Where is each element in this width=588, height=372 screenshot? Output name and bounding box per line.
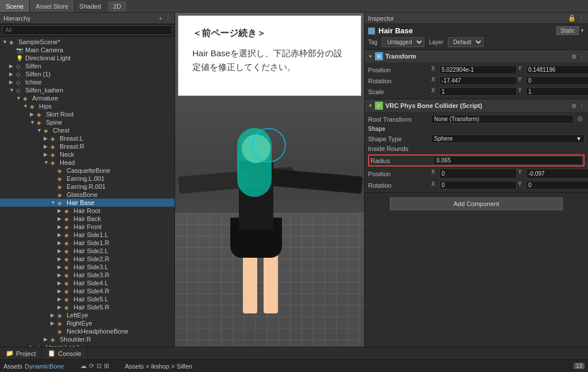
vrc-rot-x-field[interactable] [439, 181, 517, 189]
rotation-x-field[interactable] [439, 76, 517, 85]
tree-item[interactable]: ▶◇Ichise [0, 78, 175, 86]
tree-item[interactable]: ▼◈Head [0, 158, 175, 166]
tree-item[interactable]: ◈Earring.R.001 [0, 183, 175, 191]
vrc-phys-gear-icon[interactable]: ⚙ [571, 103, 577, 109]
root-transform-field[interactable] [431, 115, 574, 123]
tree-item[interactable]: ▼◈Hair Base [0, 199, 175, 207]
tree-item[interactable]: ▶◇Silfen [0, 62, 175, 70]
tree-item[interactable]: ▶◈Hair Side3.L [0, 263, 175, 271]
main-layout: Hierarchy + ⋮ ▼◈SampleScene*📷Main Camera… [0, 13, 588, 347]
scale-y-field[interactable] [526, 87, 588, 96]
tree-arrow-icon: ▶ [44, 135, 51, 141]
position-y-field[interactable] [526, 65, 588, 74]
radius-field[interactable] [434, 156, 582, 165]
tab-asset-store[interactable]: Asset Store [30, 0, 75, 12]
vrc-phys-arrow-icon: ▼ [368, 103, 373, 108]
tree-item[interactable]: 📷Main Camera [0, 46, 175, 54]
hierarchy-menu-icon[interactable]: ⋮ [165, 14, 171, 22]
shape-type-dropdown[interactable]: Sphere ▼ [431, 134, 585, 143]
cloud-icon[interactable]: ☁ [80, 362, 87, 370]
vrc-phys-header[interactable]: ▼ ✓ VRC Phys Bone Collider (Script) ⚙ ⋮ [365, 99, 588, 112]
tree-item[interactable]: ▶◈Hair Side5.R [0, 303, 175, 311]
tab-console[interactable]: 📋 Console [42, 347, 87, 359]
bone-icon: ◈ [37, 119, 45, 126]
tree-item[interactable]: ◈GlassBone [0, 191, 175, 199]
mode-2d[interactable]: 2D [108, 1, 126, 11]
tree-item[interactable]: ▼◈Armature [0, 94, 175, 102]
tree-item-label: Silfen_kaihen [25, 87, 63, 94]
tree-item[interactable]: ◈CasquetteBone [0, 166, 175, 175]
footer-icons-row: ☁ ⟳ ⊡ ⊞ [80, 362, 109, 370]
tree-item[interactable]: ▶◈Hair Side5.L [0, 295, 175, 303]
tree-item[interactable]: ▶◈Skirt Root [0, 110, 175, 118]
tree-item[interactable]: ▶◈Hair Back [0, 215, 175, 223]
transform-gear-icon[interactable]: ⚙ [571, 53, 577, 60]
lock-icon[interactable]: 🔒 [568, 14, 576, 22]
tree-item[interactable]: ▶◈Hair Side1.R [0, 239, 175, 247]
dynamic-bone-item[interactable]: DynamicBone [25, 363, 64, 370]
root-transform-picker-icon[interactable]: ◎ [575, 115, 585, 123]
scale-x-field[interactable] [439, 87, 517, 96]
tree-item[interactable]: ▶◈LeftEye [0, 311, 175, 319]
vrc-pos-y-field[interactable] [526, 169, 588, 179]
rotation-values: X Y Z [431, 76, 588, 85]
hierarchy-search-input[interactable] [2, 25, 172, 35]
tree-arrow-icon: ▶ [57, 232, 64, 238]
hierarchy-plus-icon[interactable]: + [159, 15, 163, 22]
tree-item[interactable]: ▶◈Hair Front [0, 223, 175, 231]
tree-item[interactable]: ▶◇Silfen (1) [0, 70, 175, 78]
vrc-phys-dots-icon[interactable]: ⋮ [579, 103, 585, 109]
tree-item[interactable]: ▶◈Hair Side1.L [0, 231, 175, 239]
tree-item[interactable]: ▶◈Hair Root [0, 207, 175, 215]
vrc-pos-y-label: Y [518, 169, 525, 179]
tag-select[interactable]: Untagged [382, 37, 424, 47]
tree-item-label: Directional Light [25, 55, 71, 61]
tree-item[interactable]: ▼◇Silfen_kaihen [0, 86, 175, 94]
scene-panel[interactable]: ＜前ページ続き＞ Hair Baseを選択し、下記赤枠部分の設定値を修正してくだ… [175, 13, 364, 347]
tree-item[interactable]: ▶◈Hair Side2.L [0, 247, 175, 255]
inspector-panel: Inspector 🔒 ⋮ Hair Base Static ▼ Tag Unt… [364, 13, 588, 347]
position-x-field[interactable] [439, 65, 517, 74]
tree-item[interactable]: ▶◈Hair Side4.L [0, 279, 175, 287]
tree-item[interactable]: ▶◈Shoulder.R [0, 335, 175, 343]
bone-icon: ◈ [30, 103, 38, 110]
tree-item[interactable]: ▼◈Spine [0, 118, 175, 126]
tree-item[interactable]: ▼◈Chest [0, 126, 175, 134]
inspector-menu-icon[interactable]: ⋮ [578, 14, 585, 22]
tree-item[interactable]: ▶◈Hair Side2.R [0, 255, 175, 263]
tree-item[interactable]: ▼◈Hips [0, 102, 175, 110]
history-icon[interactable]: ⟳ [89, 362, 94, 370]
tree-item[interactable]: ▶◈Neck [0, 150, 175, 158]
vrc-rot-y-field[interactable] [526, 181, 588, 189]
object-enabled-checkbox[interactable] [368, 28, 375, 34]
transform-header[interactable]: ▼ ⊞ Transform ⚙ ⋮ [365, 50, 588, 63]
tree-item[interactable]: ▶◈Breast.R [0, 142, 175, 150]
tree-item[interactable]: ▶◈RightEye [0, 319, 175, 327]
static-button[interactable]: Static [556, 26, 579, 35]
grid-icon[interactable]: ⊞ [104, 362, 109, 370]
vrc-pos-x-field[interactable] [439, 169, 517, 179]
overlay-popup: ＜前ページ続き＞ Hair Baseを選択し、下記赤枠部分の設定値を修正してくだ… [178, 16, 361, 96]
tree-item[interactable]: ▶◈Hair Side4.R [0, 287, 175, 295]
layer-label: Layer [429, 39, 443, 45]
rotation-y-field[interactable] [526, 76, 588, 85]
tree-item[interactable]: ◈NeckHeadphoneBone [0, 327, 175, 335]
tree-item[interactable]: ▼◈SampleScene* [0, 38, 175, 46]
add-component-button[interactable]: Add Component [390, 197, 563, 210]
tree-item-label: Head [60, 159, 75, 166]
tree-item[interactable]: ▶◈Hair Side3.R [0, 271, 175, 279]
bone-icon: ◈ [64, 288, 72, 294]
static-dropdown-arrow[interactable]: ▼ [580, 28, 585, 33]
tree-item[interactable]: ▶◈Breast.L [0, 134, 175, 142]
shape-type-label: Shape Type [368, 135, 431, 142]
tab-project[interactable]: 📁 Project [0, 347, 42, 359]
scene-background: ＜前ページ続き＞ Hair Baseを選択し、下記赤枠部分の設定値を修正してくだ… [175, 13, 364, 347]
tree-arrow-icon: ▶ [57, 304, 64, 310]
transform-dots-icon[interactable]: ⋮ [579, 53, 585, 60]
tree-item[interactable]: ◈Earring.L.001 [0, 175, 175, 183]
layer-select[interactable]: Default [448, 37, 483, 47]
share-icon[interactable]: ⊡ [96, 362, 102, 370]
tree-arrow-icon: ▶ [57, 296, 64, 302]
tab-scene[interactable]: Scene [0, 0, 30, 12]
tree-item[interactable]: 💡Directional Light [0, 54, 175, 62]
